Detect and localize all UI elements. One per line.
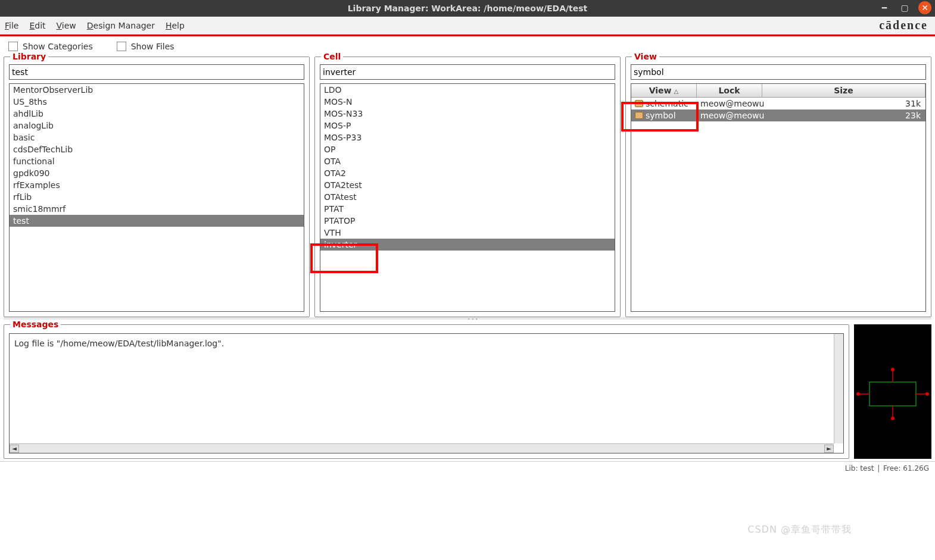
- library-panel: Library MentorObserverLibUS_8thsahdlLiba…: [4, 57, 310, 317]
- horizontal-sash[interactable]: [4, 317, 931, 320]
- view-panel: View View△ Lock Size schematicmeow@meowu…: [625, 57, 931, 317]
- table-row[interactable]: symbolmeow@meowu23k: [631, 110, 925, 121]
- list-item[interactable]: smic18mmrf: [10, 203, 304, 215]
- list-item[interactable]: ahdlLib: [10, 108, 304, 120]
- column-header-lock[interactable]: Lock: [697, 84, 762, 97]
- list-item[interactable]: OP: [320, 143, 615, 155]
- list-item[interactable]: PTATOP: [320, 215, 615, 227]
- checkbox-icon: [8, 42, 18, 51]
- maximize-button[interactable]: ▢: [898, 1, 911, 14]
- messages-legend: Messages: [10, 320, 61, 329]
- scrollbar-vertical[interactable]: [834, 334, 843, 443]
- column-header-size[interactable]: Size: [762, 84, 925, 97]
- list-item[interactable]: MentorObserverLib: [10, 84, 304, 96]
- cell-lock: meow@meowu: [697, 110, 762, 121]
- svg-point-6: [856, 392, 860, 396]
- column-header-view[interactable]: View△: [631, 84, 697, 97]
- show-files-label: Show Files: [131, 42, 174, 51]
- list-item[interactable]: rfExamples: [10, 179, 304, 191]
- svg-point-2: [891, 368, 895, 371]
- library-filter-input[interactable]: [9, 64, 304, 80]
- list-item[interactable]: OTA2test: [320, 179, 615, 191]
- minimize-button[interactable]: ━: [878, 1, 891, 14]
- status-lib: Lib: test: [845, 464, 874, 473]
- scroll-right-icon[interactable]: ►: [824, 445, 834, 453]
- list-item[interactable]: MOS-N: [320, 96, 615, 108]
- view-table: View△ Lock Size schematicmeow@meowu31ksy…: [631, 83, 926, 312]
- list-item[interactable]: rfLib: [10, 191, 304, 203]
- menu-edit[interactable]: Edit: [29, 21, 45, 30]
- status-free: Free: 61.26G: [883, 464, 929, 473]
- menu-help[interactable]: Help: [166, 21, 185, 30]
- menu-bar: File Edit View Design Manager Help cāden…: [0, 17, 935, 35]
- list-item[interactable]: gpdk090: [10, 167, 304, 179]
- window-title: Library Manager: WorkArea: /home/meow/ED…: [348, 4, 588, 13]
- list-item[interactable]: analogLib: [10, 120, 304, 132]
- messages-panel: Messages Log file is "/home/meow/EDA/tes…: [4, 324, 849, 459]
- list-item[interactable]: OTAtest: [320, 191, 615, 203]
- list-item[interactable]: OTA2: [320, 167, 615, 179]
- view-legend: View: [632, 52, 659, 61]
- cell-lock: meow@meowu: [697, 98, 762, 110]
- status-sep: |: [875, 464, 882, 473]
- messages-text: Log file is "/home/meow/EDA/test/libMana…: [14, 339, 224, 348]
- list-item[interactable]: cdsDefTechLib: [10, 143, 304, 155]
- cell-size: 31k: [762, 98, 925, 110]
- cell-view-name: symbol: [646, 111, 676, 120]
- show-categories-label: Show Categories: [23, 42, 93, 51]
- list-item[interactable]: MOS-P33: [320, 132, 615, 143]
- show-files-checkbox[interactable]: Show Files: [117, 42, 174, 51]
- view-filter-input[interactable]: [631, 64, 926, 80]
- title-bar: Library Manager: WorkArea: /home/meow/ED…: [0, 0, 935, 17]
- list-item[interactable]: LDO: [320, 84, 615, 96]
- view-table-header: View△ Lock Size: [631, 84, 925, 98]
- messages-textbox[interactable]: Log file is "/home/meow/EDA/test/libMana…: [9, 333, 844, 453]
- cell-legend: Cell: [321, 52, 343, 61]
- list-item[interactable]: functional: [10, 155, 304, 167]
- list-item[interactable]: basic: [10, 132, 304, 143]
- view-type-icon: [635, 112, 643, 119]
- cell-view-name: schematic: [646, 99, 688, 108]
- list-item[interactable]: VTH: [320, 227, 615, 239]
- cell-size: 23k: [762, 110, 925, 121]
- list-item[interactable]: MOS-P: [320, 120, 615, 132]
- scroll-left-icon[interactable]: ◄: [10, 445, 19, 453]
- scrollbar-horizontal[interactable]: ◄ ►: [10, 443, 834, 453]
- sort-asc-icon: △: [674, 88, 679, 95]
- library-legend: Library: [10, 52, 48, 61]
- library-list[interactable]: MentorObserverLibUS_8thsahdlLibanalogLib…: [9, 83, 304, 312]
- menu-view[interactable]: View: [57, 21, 76, 30]
- view-type-icon: [635, 100, 643, 107]
- list-item[interactable]: MOS-N33: [320, 108, 615, 120]
- list-item[interactable]: OTA: [320, 155, 615, 167]
- svg-point-8: [925, 392, 929, 396]
- checkbox-icon: [117, 42, 126, 51]
- symbol-preview-graphic: [856, 367, 929, 421]
- cell-panel: Cell LDOMOS-NMOS-N33MOS-PMOS-P33OPOTAOTA…: [314, 57, 621, 317]
- options-bar: Show Categories Show Files: [0, 36, 935, 57]
- brand-logo: cādence: [879, 18, 928, 32]
- status-bar: Lib: test | Free: 61.26G: [0, 461, 935, 474]
- cell-list[interactable]: LDOMOS-NMOS-N33MOS-PMOS-P33OPOTAOTA2OTA2…: [320, 83, 615, 312]
- cell-filter-input[interactable]: [320, 64, 615, 80]
- show-categories-checkbox[interactable]: Show Categories: [8, 42, 93, 51]
- close-button[interactable]: ✕: [918, 1, 931, 14]
- svg-rect-0: [869, 382, 916, 406]
- list-item[interactable]: test: [10, 215, 304, 227]
- svg-point-4: [891, 417, 895, 420]
- symbol-preview: [854, 324, 931, 459]
- list-item[interactable]: PTAT: [320, 203, 615, 215]
- list-item[interactable]: US_8ths: [10, 96, 304, 108]
- table-row[interactable]: schematicmeow@meowu31k: [631, 98, 925, 110]
- menu-design-manager[interactable]: Design Manager: [87, 21, 155, 30]
- list-item[interactable]: inverter: [320, 239, 615, 251]
- menu-file[interactable]: File: [5, 21, 18, 30]
